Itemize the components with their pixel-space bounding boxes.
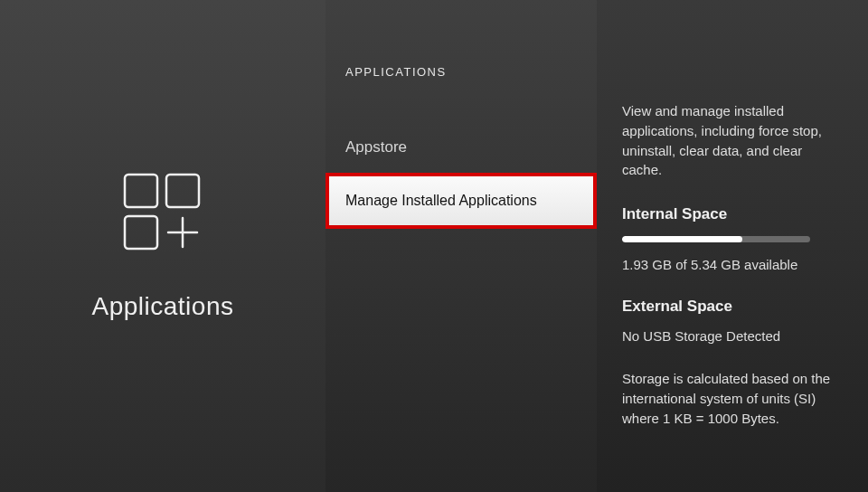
svg-rect-1	[166, 175, 199, 207]
external-space-heading: External Space	[622, 298, 841, 316]
storage-note-text: Storage is calculated based on the inter…	[622, 369, 841, 428]
submenu-header: APPLICATIONS	[326, 65, 597, 79]
applications-icon	[118, 171, 208, 265]
left-category-panel: Applications	[0, 0, 326, 492]
internal-space-heading: Internal Space	[622, 205, 841, 223]
svg-rect-2	[125, 216, 157, 249]
submenu-panel: APPLICATIONS Appstore Manage Installed A…	[326, 0, 597, 492]
menu-item-appstore[interactable]: Appstore	[326, 122, 597, 173]
menu-item-manage-apps[interactable]: Manage Installed Applications	[326, 173, 597, 229]
category-title: Applications	[92, 292, 234, 321]
storage-progress-bar	[622, 236, 810, 242]
external-status-text: No USB Storage Detected	[622, 328, 841, 344]
settings-screen: Applications APPLICATIONS Appstore Manag…	[0, 0, 868, 492]
storage-available-text: 1.93 GB of 5.34 GB available	[622, 257, 841, 272]
details-panel: View and manage installed applications, …	[597, 0, 868, 492]
svg-rect-0	[125, 175, 157, 207]
storage-progress-fill	[622, 236, 742, 242]
description-text: View and manage installed applications, …	[622, 101, 841, 180]
